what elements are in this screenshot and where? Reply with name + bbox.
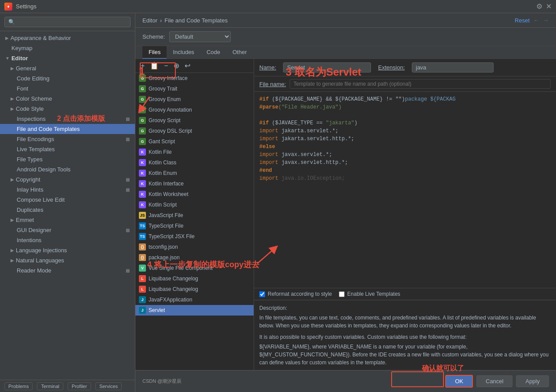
forward-button[interactable]: → xyxy=(543,17,549,24)
statusbar-problems[interactable]: Problems xyxy=(4,382,33,390)
file-item-kotlin-class[interactable]: K Kotlin Class xyxy=(135,157,254,168)
file-item-groovy-script[interactable]: G Groovy Script xyxy=(135,115,254,126)
statusbar-profiler[interactable]: Profiler xyxy=(68,382,91,390)
cancel-button[interactable]: Cancel xyxy=(476,375,512,387)
tab-includes[interactable]: Includes xyxy=(167,46,200,59)
kotlin-interface-icon: K xyxy=(139,180,146,187)
titlebar-controls: ⚙ ✕ xyxy=(536,3,552,10)
sidebar-item-compose-live-edit[interactable]: Compose Live Edit xyxy=(0,195,135,205)
sidebar-item-language-injections[interactable]: ▶ Language Injections xyxy=(0,245,135,255)
apply-button[interactable]: Apply xyxy=(516,375,549,387)
tab-code[interactable]: Code xyxy=(200,46,226,59)
close-button[interactable]: ✕ xyxy=(546,3,552,10)
reset-button[interactable]: Reset xyxy=(515,17,530,24)
extension-label: Extension: xyxy=(378,64,405,71)
file-item-gant-script[interactable]: G Gant Script xyxy=(135,136,254,147)
chevron-right-icon: ▶ xyxy=(11,96,14,101)
file-item-tsconfig[interactable]: {} tsconfig.json xyxy=(135,242,254,252)
file-item-label: JavaFXApplication xyxy=(149,297,192,303)
sidebar: ▶ Appearance & Behavior Keymap ▼ Editor … xyxy=(0,13,135,392)
back-button[interactable]: ← xyxy=(533,17,539,24)
tab-other[interactable]: Other xyxy=(226,46,253,59)
sidebar-item-copyright[interactable]: ▶ Copyright ▦ xyxy=(0,174,135,185)
liquibase1-icon: L xyxy=(139,275,146,282)
ok-button[interactable]: OK xyxy=(445,375,473,388)
kotlin-file-icon: K xyxy=(139,149,146,156)
file-item-kotlin-enum[interactable]: K Kotlin Enum xyxy=(135,168,254,178)
sidebar-item-emmet[interactable]: ▶ Emmet xyxy=(0,215,135,225)
file-item-label: Liquibase Changelog xyxy=(149,276,198,282)
file-item-servlet[interactable]: J Servlet xyxy=(135,305,254,316)
sidebar-item-file-and-code-templates[interactable]: File and Code Templates xyxy=(0,124,135,134)
sidebar-item-natural-languages[interactable]: ▶ Natural Languages xyxy=(0,255,135,265)
sidebar-item-color-scheme[interactable]: ▶ Color Scheme xyxy=(0,94,135,104)
live-templates-checkbox[interactable] xyxy=(339,291,345,297)
sidebar-item-inspections[interactable]: Inspections ▦ xyxy=(0,114,135,124)
file-item-javascript-file[interactable]: JS JavaScript File xyxy=(135,210,254,221)
file-item-typescript-file[interactable]: TS TypeScript File xyxy=(135,221,254,231)
file-item-kotlin-worksheet[interactable]: K Kotlin Worksheet xyxy=(135,189,254,200)
sidebar-item-label: Android Design Tools xyxy=(11,166,71,173)
live-templates-checkbox-label[interactable]: Enable Live Templates xyxy=(339,291,400,297)
file-item-label: Groovy DSL Script xyxy=(149,128,192,134)
sidebar-item-gui-designer[interactable]: GUI Designer ▦ xyxy=(0,225,135,235)
sidebar-item-file-encodings[interactable]: File Encodings ▦ xyxy=(0,134,135,144)
extension-input[interactable] xyxy=(412,62,494,73)
header-actions: Reset ← → xyxy=(515,17,549,24)
sidebar-item-android-design-tools[interactable]: Android Design Tools xyxy=(0,164,135,174)
filename-input[interactable] xyxy=(290,79,551,89)
copy-template-button[interactable]: 📋 xyxy=(148,61,160,71)
name-ext-row: Name: Extension: xyxy=(254,59,556,76)
sidebar-item-keymap[interactable]: Keymap xyxy=(0,43,135,53)
file-item-groovy-interface[interactable]: G Groovy Interface xyxy=(135,73,254,83)
sidebar-item-inlay-hints[interactable]: Inlay Hints ▦ xyxy=(0,185,135,195)
sidebar-item-live-templates[interactable]: Live Templates xyxy=(0,144,135,154)
file-item-vue[interactable]: V Vue Single File Component xyxy=(135,263,254,273)
sidebar-item-duplicates[interactable]: Duplicates xyxy=(0,205,135,215)
remove-template-button[interactable]: − xyxy=(162,61,170,71)
code-editor[interactable]: #if (${PACKAGE_NAME} && ${PACKAGE_NAME} … xyxy=(254,92,556,288)
file-item-typescript-jsx[interactable]: TS TypeScript JSX File xyxy=(135,231,254,242)
reset-template-button[interactable]: ↩ xyxy=(183,61,192,71)
file-item-groovy-annotation[interactable]: G Groovy Annotation xyxy=(135,105,254,115)
reformat-checkbox-label[interactable]: Reformat according to style xyxy=(259,291,332,297)
file-item-groovy-dsl-script[interactable]: G Groovy DSL Script xyxy=(135,126,254,136)
file-item-javafx[interactable]: J JavaFXApplication xyxy=(135,294,254,305)
sidebar-item-intentions[interactable]: Intentions xyxy=(0,235,135,245)
chevron-right-icon: ▶ xyxy=(11,106,14,111)
file-item-label: package.json xyxy=(149,254,180,261)
file-item-kotlin-script[interactable]: K Kotlin Script xyxy=(135,200,254,210)
kotlin-class-icon: K xyxy=(139,159,146,166)
scheme-select[interactable]: Default Project xyxy=(169,31,231,42)
sidebar-item-editor[interactable]: ▼ Editor xyxy=(0,53,135,63)
sidebar-item-font[interactable]: Font xyxy=(0,83,135,94)
settings-icon[interactable]: ⚙ xyxy=(536,3,542,10)
sidebar-item-code-style[interactable]: ▶ Code Style xyxy=(0,104,135,114)
code-line: import javax.servlet.*; xyxy=(259,151,551,159)
add-template-button[interactable]: + xyxy=(139,61,146,71)
sidebar-item-code-editing[interactable]: Code Editing xyxy=(0,73,135,83)
code-line: #end xyxy=(259,167,551,174)
statusbar-terminal[interactable]: Terminal xyxy=(37,382,63,390)
file-item-kotlin-file[interactable]: K Kotlin File xyxy=(135,147,254,157)
sidebar-item-reader-mode[interactable]: Reader Mode ▦ xyxy=(0,265,135,276)
file-item-liquibase1[interactable]: L Liquibase Changelog xyxy=(135,273,254,284)
sidebar-item-label: General xyxy=(16,65,36,72)
sidebar-item-general[interactable]: ▶ General xyxy=(0,63,135,73)
file-item-package-json[interactable]: {} package.json xyxy=(135,252,254,263)
search-input[interactable] xyxy=(4,17,131,27)
tab-files[interactable]: Files xyxy=(142,46,167,59)
reformat-checkbox[interactable] xyxy=(259,291,265,297)
file-item-groovy-enum[interactable]: G Groovy Enum xyxy=(135,94,254,105)
file-item-kotlin-interface[interactable]: K Kotlin Interface xyxy=(135,178,254,189)
copy2-template-button[interactable]: ⊕ xyxy=(172,61,181,71)
sidebar-item-file-types[interactable]: File Types xyxy=(0,154,135,164)
groovy-interface-icon: G xyxy=(139,75,146,82)
file-item-groovy-trait[interactable]: G Groovy Trait xyxy=(135,83,254,94)
name-input[interactable] xyxy=(283,62,371,73)
file-list-toolbar: + 📋 − ⊕ ↩ xyxy=(135,59,254,73)
statusbar-services[interactable]: Services xyxy=(95,382,122,390)
main-layout: ▶ Appearance & Behavior Keymap ▼ Editor … xyxy=(0,13,556,392)
sidebar-item-appearance[interactable]: ▶ Appearance & Behavior xyxy=(0,33,135,43)
file-item-liquibase2[interactable]: L Liquibase Changelog xyxy=(135,284,254,294)
